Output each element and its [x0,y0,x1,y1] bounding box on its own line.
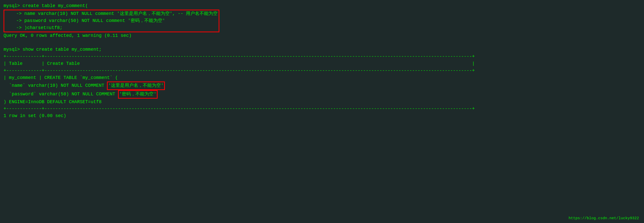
separator-1: +-------------+-------------------------… [4,53,640,60]
data-row-1: | my_comment | CREATE TABLE `my_comment`… [4,74,640,81]
terminal-window: mysql> create table my_comment( -> name … [0,0,644,223]
blank-line-1 [4,39,640,46]
data-row-3: `password` varchar(50) NOT NULL COMMENT … [4,90,640,99]
url-label: https://blog.csdn.net/lucky9322 [569,216,639,220]
show-cmd-line: mysql> show create table my_comment; [4,46,640,53]
separator-2: +-------------+-------------------------… [4,67,640,74]
query-ok-line: Query OK, 0 rows affected, 1 warning (0.… [4,32,640,39]
cmd-line-3: -> password varchar(50) NOT NULL comment… [5,17,218,24]
result-line: 1 row in set (0.00 sec) [4,113,640,120]
cmd-line-1: mysql> create table my_comment( [4,3,640,10]
cmd-line-4: -> )charset=utf8; [5,24,218,32]
data-row-2: `name` varchar(10) NOT NULL COMMENT '这里是… [4,81,640,90]
data-row-4: ) ENGINE=InnoDB DEFAULT CHARSET=utf8 [4,99,640,106]
col-header-line: | Table | Create Table | [4,60,640,67]
cmd-line-2: -> name varchar(10) NOT NULL comment '这里… [5,10,218,17]
separator-3: +-------------+-------------------------… [4,105,640,113]
